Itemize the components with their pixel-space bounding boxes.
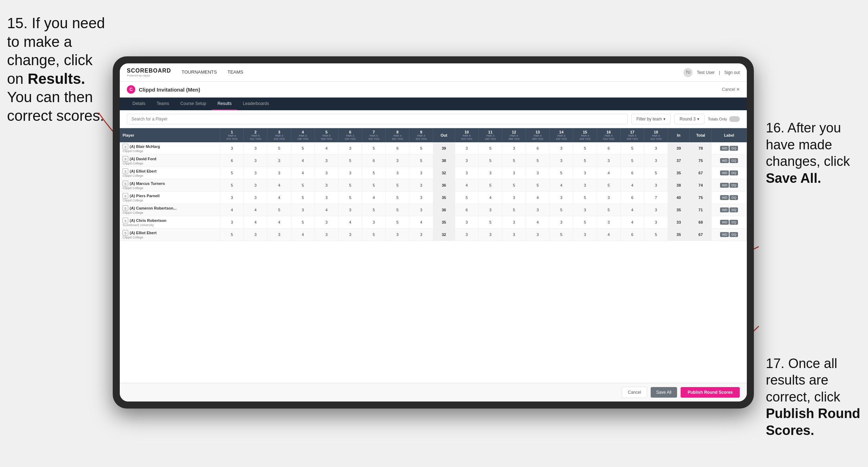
hole-14-score[interactable]: 3 <box>550 216 573 229</box>
wd-button[interactable]: WD <box>720 146 729 151</box>
hole-3-score[interactable]: 4 <box>267 192 291 204</box>
hole-10-score[interactable]: 4 <box>455 179 478 192</box>
hole-5-score[interactable]: 3 <box>315 216 338 229</box>
hole-6-score[interactable]: 4 <box>338 216 362 229</box>
dq-button[interactable]: DQ <box>730 170 738 175</box>
hole-9-score[interactable]: 3 <box>409 204 433 216</box>
hole-16-score[interactable]: 4 <box>597 229 620 241</box>
hole-11-score[interactable]: 3 <box>478 204 502 216</box>
hole-12-score[interactable]: 3 <box>502 216 526 229</box>
filter-team-button[interactable]: Filter by team ▾ <box>631 114 671 124</box>
hole-18-score[interactable]: 3 <box>644 155 668 167</box>
hole-17-score[interactable]: 4 <box>620 216 644 229</box>
hole-8-score[interactable]: 5 <box>386 204 409 216</box>
hole-7-score[interactable]: 5 <box>362 204 386 216</box>
hole-10-score[interactable]: 6 <box>455 204 478 216</box>
hole-8-score[interactable]: 5 <box>386 216 409 229</box>
hole-4-score[interactable]: 4 <box>291 167 315 179</box>
hole-9-score[interactable]: 4 <box>409 216 433 229</box>
hole-2-score[interactable]: 3 <box>244 167 267 179</box>
dq-button[interactable]: DQ <box>730 220 738 225</box>
hole-10-score[interactable]: 3 <box>455 155 478 167</box>
hole-4-score[interactable]: 5 <box>291 216 315 229</box>
hole-11-score[interactable]: 5 <box>478 142 502 155</box>
hole-9-score[interactable]: 3 <box>409 179 433 192</box>
wd-button[interactable]: WD <box>720 232 729 237</box>
dq-button[interactable]: DQ <box>730 195 738 200</box>
hole-3-score[interactable]: 3 <box>267 167 291 179</box>
hole-6-score[interactable]: 3 <box>338 204 362 216</box>
wd-button[interactable]: WD <box>720 158 729 163</box>
hole-12-score[interactable]: 5 <box>502 155 526 167</box>
hole-9-score[interactable]: 5 <box>409 142 433 155</box>
dq-button[interactable]: DQ <box>730 158 738 163</box>
hole-6-score[interactable]: 3 <box>338 229 362 241</box>
hole-16-score[interactable]: 5 <box>597 179 620 192</box>
hole-1-score[interactable]: 5 <box>220 167 244 179</box>
hole-14-score[interactable]: 5 <box>550 229 573 241</box>
hole-6-score[interactable]: 5 <box>338 179 362 192</box>
hole-2-score[interactable]: 3 <box>244 142 267 155</box>
nav-tournaments[interactable]: TOURNAMENTS <box>182 68 217 77</box>
dq-button[interactable]: DQ <box>730 183 738 188</box>
hole-3-score[interactable]: 4 <box>267 179 291 192</box>
wd-button[interactable]: WD <box>720 183 729 188</box>
hole-2-score[interactable]: 4 <box>244 216 267 229</box>
hole-8-score[interactable]: 3 <box>386 167 409 179</box>
hole-7-score[interactable]: 4 <box>362 192 386 204</box>
hole-4-score[interactable]: 4 <box>291 155 315 167</box>
hole-3-score[interactable]: 5 <box>267 204 291 216</box>
hole-17-score[interactable]: 5 <box>620 142 644 155</box>
hole-16-score[interactable]: 5 <box>597 204 620 216</box>
hole-11-score[interactable]: 5 <box>478 179 502 192</box>
hole-12-score[interactable]: 5 <box>502 179 526 192</box>
hole-6-score[interactable]: 5 <box>338 192 362 204</box>
hole-13-score[interactable]: 3 <box>526 229 550 241</box>
hole-9-score[interactable]: 3 <box>409 167 433 179</box>
hole-4-score[interactable]: 3 <box>291 204 315 216</box>
hole-3-score[interactable]: 5 <box>267 142 291 155</box>
hole-17-score[interactable]: 6 <box>620 192 644 204</box>
hole-5-score[interactable]: 4 <box>315 204 338 216</box>
hole-12-score[interactable]: 3 <box>502 229 526 241</box>
hole-14-score[interactable]: 3 <box>550 192 573 204</box>
hole-2-score[interactable]: 4 <box>244 204 267 216</box>
save-all-button[interactable]: Save All <box>651 387 677 398</box>
hole-18-score[interactable]: 5 <box>644 229 668 241</box>
hole-17-score[interactable]: 6 <box>620 229 644 241</box>
hole-15-score[interactable]: 3 <box>573 167 597 179</box>
hole-2-score[interactable]: 3 <box>244 155 267 167</box>
totals-only-toggle[interactable] <box>729 116 740 122</box>
hole-4-score[interactable]: 5 <box>291 192 315 204</box>
hole-13-score[interactable]: 3 <box>526 204 550 216</box>
hole-7-score[interactable]: 3 <box>362 216 386 229</box>
hole-11-score[interactable]: 3 <box>478 229 502 241</box>
hole-12-score[interactable]: 3 <box>502 192 526 204</box>
hole-8-score[interactable]: 3 <box>386 229 409 241</box>
hole-10-score[interactable]: 3 <box>455 216 478 229</box>
hole-13-score[interactable]: 5 <box>526 155 550 167</box>
hole-4-score[interactable]: 4 <box>291 229 315 241</box>
hole-5-score[interactable]: 3 <box>315 192 338 204</box>
hole-17-score[interactable]: 4 <box>620 204 644 216</box>
hole-11-score[interactable]: 5 <box>478 155 502 167</box>
hole-4-score[interactable]: 5 <box>291 142 315 155</box>
hole-13-score[interactable]: 4 <box>526 192 550 204</box>
hole-15-score[interactable]: 5 <box>573 142 597 155</box>
hole-7-score[interactable]: 5 <box>362 179 386 192</box>
cancel-button[interactable]: Cancel <box>622 387 647 398</box>
dq-button[interactable]: DQ <box>730 146 738 151</box>
hole-5-score[interactable]: 3 <box>315 229 338 241</box>
hole-5-score[interactable]: 3 <box>315 155 338 167</box>
search-input[interactable] <box>127 114 628 124</box>
hole-3-score[interactable]: 3 <box>267 155 291 167</box>
hole-9-score[interactable]: 3 <box>409 192 433 204</box>
hole-10-score[interactable]: 3 <box>455 142 478 155</box>
tab-teams[interactable]: Teams <box>151 98 175 110</box>
hole-2-score[interactable]: 3 <box>244 179 267 192</box>
hole-9-score[interactable]: 3 <box>409 229 433 241</box>
hole-17-score[interactable]: 4 <box>620 179 644 192</box>
hole-10-score[interactable]: 3 <box>455 167 478 179</box>
hole-16-score[interactable]: 3 <box>597 216 620 229</box>
hole-1-score[interactable]: 3 <box>220 216 244 229</box>
